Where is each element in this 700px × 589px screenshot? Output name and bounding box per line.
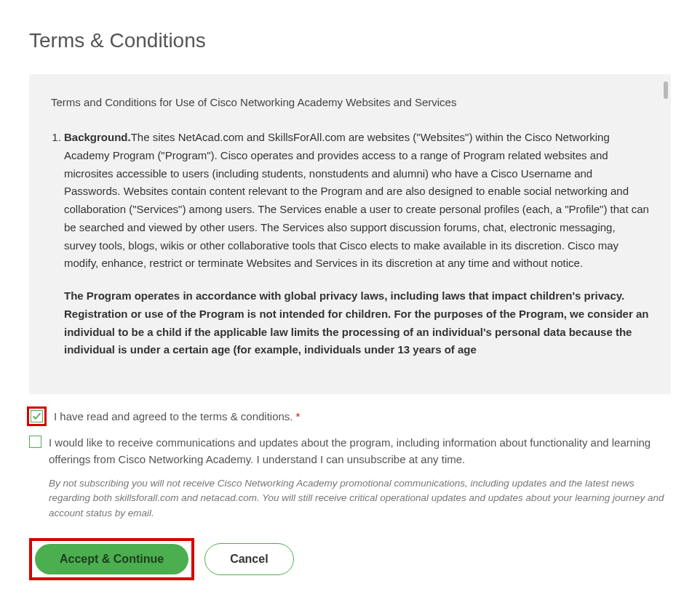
term-body: The sites NetAcad.com and SkillsForAll.c… <box>64 131 649 269</box>
button-row: Accept & Continue Cancel <box>29 538 671 580</box>
subscribe-row: I would like to receive communications a… <box>29 435 671 468</box>
cancel-button[interactable]: Cancel <box>204 543 293 575</box>
required-indicator: * <box>296 410 301 422</box>
agree-row: I have read and agreed to the terms & co… <box>29 409 671 426</box>
accept-button-highlight: Accept & Continue <box>29 538 194 580</box>
agree-label-text: I have read and agreed to the terms & co… <box>54 410 293 422</box>
term-heading: Background. <box>64 131 131 143</box>
accept-continue-button[interactable]: Accept & Continue <box>35 544 188 574</box>
terms-scrollbox[interactable]: Terms and Conditions for Use of Cisco Ne… <box>29 74 671 394</box>
terms-item: Background.The sites NetAcad.com and Ski… <box>64 129 649 359</box>
terms-list: Background.The sites NetAcad.com and Ski… <box>51 129 649 359</box>
subscribe-note: By not subscribing you will not receive … <box>49 476 671 521</box>
scrollbar-thumb[interactable] <box>664 81 668 99</box>
agree-checkbox[interactable] <box>31 410 43 422</box>
subscribe-checkbox-wrap <box>29 435 41 448</box>
agree-label: I have read and agreed to the terms & co… <box>54 409 300 425</box>
checkbox-section: I have read and agreed to the terms & co… <box>29 409 671 521</box>
terms-intro: Terms and Conditions for Use of Cisco Ne… <box>51 96 649 108</box>
page-title: Terms & Conditions <box>29 29 671 52</box>
subscribe-label: I would like to receive communications a… <box>49 435 671 468</box>
agree-checkbox-highlight <box>27 406 47 426</box>
checkmark-icon <box>32 412 41 421</box>
term-bold-paragraph: The Program operates in accordance with … <box>64 287 649 359</box>
subscribe-checkbox[interactable] <box>29 436 41 448</box>
